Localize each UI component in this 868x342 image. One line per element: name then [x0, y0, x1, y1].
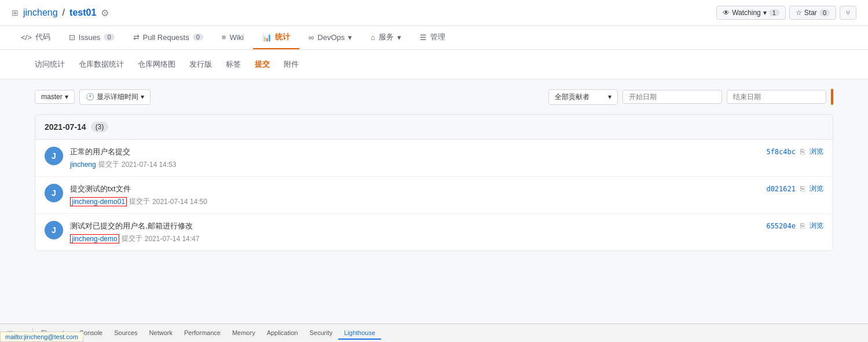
tab-services[interactable]: ⌂ 服务 ▾ [361, 26, 411, 49]
devops-dropdown-icon: ▾ [348, 33, 352, 42]
watching-button[interactable]: 👁 Watching ▾ 1 [716, 6, 786, 20]
subnav-commits[interactable]: 提交 [255, 57, 270, 72]
commit-action-1: 提交于 [98, 159, 119, 169]
contributor-select[interactable]: 全部贡献者 ▾ [548, 89, 618, 105]
commit-actions-3: 655204e ⎘ 浏览 [766, 221, 823, 231]
commit-title-1: 正常的用户名提交 [70, 147, 759, 157]
commit-item-1: J 正常的用户名提交 jincheng 提交于 2021-07-14 14:53… [35, 140, 833, 177]
browse-btn-3[interactable]: 浏览 [810, 221, 823, 231]
tab-stats[interactable]: 📊 统计 [253, 26, 299, 49]
commit-info-1: 正常的用户名提交 jincheng 提交于 2021-07-14 14:53 [70, 147, 759, 169]
copy-icon-1[interactable]: ⎘ [800, 147, 805, 156]
tab-pullrequests[interactable]: ⇄ Pull Requests 0 [124, 26, 213, 49]
issues-badge: 0 [104, 34, 114, 41]
tab-wiki-label: Wiki [229, 33, 244, 42]
tab-devops[interactable]: ∞ DevOps ▾ [299, 26, 361, 49]
subnav-tags[interactable]: 标签 [226, 57, 241, 72]
commit-group: 2021-07-14 (3) J 正常的用户名提交 jincheng 提交于 2… [35, 114, 833, 251]
tab-pr-label: Pull Requests [143, 33, 189, 42]
filter-left: master ▾ 🕐 显示详细时间 ▾ [35, 89, 151, 105]
commit-meta-2: jincheng-demo01 提交于 2021-07-14 14:50 [70, 197, 759, 206]
commit-author-1[interactable]: jincheng [70, 161, 96, 169]
code-icon: </> [21, 33, 32, 42]
clock-icon: 🕐 [86, 93, 94, 101]
avatar-1: J [45, 147, 63, 165]
repo-owner-link[interactable]: jincheng [23, 8, 58, 18]
commit-action-2: 提交于 [129, 197, 150, 206]
tab-wiki[interactable]: ≡ Wiki [213, 26, 253, 49]
manage-icon: ☰ [420, 33, 427, 42]
watching-eye-icon: 👁 [723, 9, 730, 17]
commit-hash-3[interactable]: 655204e [766, 222, 796, 230]
main-content: master ▾ 🕐 显示详细时间 ▾ 全部贡献者 ▾ 2021-07-14 (… [0, 79, 868, 311]
commit-actions-1: 5f8c4bc ⎘ 浏览 [766, 147, 823, 157]
commit-item-2: J 提交测试的txt文件 jincheng-demo01 提交于 2021-07… [35, 177, 833, 214]
contributor-dropdown-icon: ▾ [608, 93, 611, 101]
subnav-repo-stats[interactable]: 仓库数据统计 [79, 57, 124, 72]
contributor-label: 全部贡献者 [555, 92, 589, 102]
time-btn-label: 显示详细时间 [97, 92, 138, 102]
issues-icon: ⊡ [69, 33, 75, 42]
repo-name-link[interactable]: test01 [69, 8, 96, 18]
subnav-visit-stats[interactable]: 访问统计 [35, 57, 65, 72]
copy-icon-3[interactable]: ⎘ [800, 221, 805, 230]
nav-tabs: </> 代码 ⊡ Issues 0 ⇄ Pull Requests 0 ≡ Wi… [0, 26, 868, 50]
start-date-input[interactable] [622, 90, 722, 104]
branch-select[interactable]: master ▾ [35, 90, 75, 104]
fork-button[interactable]: ⑂ [840, 6, 856, 20]
pr-icon: ⇄ [133, 33, 140, 42]
time-dropdown-icon: ▾ [141, 93, 144, 101]
commit-author-3[interactable]: jincheng-demo [70, 234, 119, 243]
tab-issues[interactable]: ⊡ Issues 0 [60, 26, 124, 49]
commit-title-3: 测试对已提交的用户名,邮箱进行修改 [70, 221, 759, 231]
repo-settings-icon[interactable]: ⚙ [101, 8, 109, 19]
commit-item-3: J 测试对已提交的用户名,邮箱进行修改 jincheng-demo 提交于 20… [35, 214, 833, 250]
commit-group-header: 2021-07-14 (3) [35, 115, 833, 140]
commit-hash-1[interactable]: 5f8c4bc [766, 148, 796, 156]
tab-services-label: 服务 [379, 32, 394, 42]
time-toggle-button[interactable]: 🕐 显示详细时间 ▾ [79, 89, 151, 105]
commit-time-1: 2021-07-14 14:53 [122, 161, 177, 169]
commit-actions-2: d021621 ⎘ 浏览 [766, 184, 823, 194]
commit-info-2: 提交测试的txt文件 jincheng-demo01 提交于 2021-07-1… [70, 184, 759, 206]
date-end-indicator [831, 89, 833, 105]
commit-meta-3: jincheng-demo 提交于 2021-07-14 14:47 [70, 234, 759, 243]
watching-label: Watching [732, 9, 761, 17]
repo-title: ⊞ jincheng / test01 ⚙ [12, 8, 109, 19]
branch-dropdown-icon: ▾ [65, 93, 68, 101]
avatar-3: J [45, 221, 63, 239]
services-dropdown-icon: ▾ [397, 33, 401, 42]
subnav-releases[interactable]: 发行版 [189, 57, 212, 72]
tab-issues-label: Issues [79, 33, 101, 42]
subnav-attachments[interactable]: 附件 [284, 57, 299, 72]
star-icon: ☆ [796, 9, 802, 17]
browse-btn-2[interactable]: 浏览 [810, 184, 823, 194]
commit-group-date: 2021-07-14 [45, 122, 86, 132]
star-button[interactable]: ☆ Star 0 [789, 6, 836, 20]
branch-label: master [41, 93, 63, 101]
tab-manage[interactable]: ☰ 管理 [411, 26, 455, 49]
end-date-input[interactable] [727, 90, 826, 104]
tab-devops-label: DevOps [317, 33, 345, 42]
sub-nav: 访问统计 仓库数据统计 仓库网络图 发行版 标签 提交 附件 [0, 50, 868, 79]
repo-header: ⊞ jincheng / test01 ⚙ 👁 Watching ▾ 1 ☆ S… [0, 0, 868, 26]
commit-author-2[interactable]: jincheng-demo01 [70, 197, 127, 206]
tab-code[interactable]: </> 代码 [12, 26, 60, 49]
commit-time-2: 2021-07-14 14:50 [152, 198, 207, 206]
commit-info-3: 测试对已提交的用户名,邮箱进行修改 jincheng-demo 提交于 2021… [70, 221, 759, 243]
devops-icon: ∞ [309, 33, 314, 42]
commit-action-3: 提交于 [122, 234, 142, 243]
wiki-icon: ≡ [222, 33, 226, 42]
commit-hash-2[interactable]: d021621 [766, 185, 796, 193]
star-label: Star [804, 9, 817, 17]
services-icon: ⌂ [371, 33, 375, 42]
repo-icon: ⊞ [12, 8, 19, 17]
tab-code-label: 代码 [35, 32, 50, 42]
tab-stats-label: 统计 [275, 32, 290, 42]
star-count: 0 [819, 9, 830, 16]
copy-icon-2[interactable]: ⎘ [800, 184, 805, 193]
filter-right: 全部贡献者 ▾ [548, 89, 833, 105]
fork-icon: ⑂ [846, 9, 850, 17]
browse-btn-1[interactable]: 浏览 [810, 147, 823, 157]
subnav-network[interactable]: 仓库网络图 [138, 57, 175, 72]
